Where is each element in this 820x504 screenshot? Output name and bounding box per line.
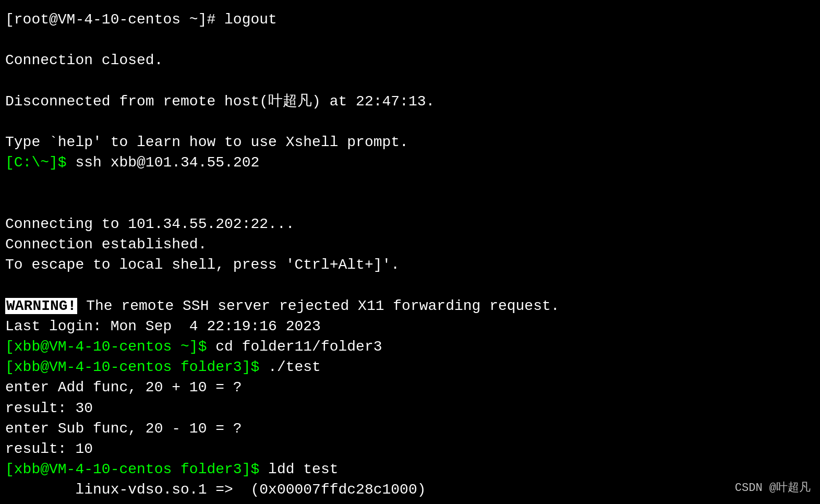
terminal-line: [xbb@VM-4-10-centos folder3]$ ldd test: [5, 459, 815, 479]
terminal-line: result: 10: [5, 439, 815, 459]
terminal-line: [xbb@VM-4-10-centos folder3]$ ./test: [5, 357, 815, 377]
terminal-empty-line: [5, 275, 815, 295]
terminal-line: enter Add func, 20 + 10 = ?: [5, 377, 815, 398]
terminal-empty-line: [5, 71, 815, 91]
terminal-line: libmylib.so => /home/xbb/folder11/folder…: [5, 500, 815, 505]
terminal-line: Connecting to 101.34.55.202:22...: [5, 214, 815, 234]
terminal-line: To escape to local shell, press 'Ctrl+Al…: [5, 255, 815, 275]
terminal-line: Disconnected from remote host(叶超凡) at 22…: [5, 91, 815, 112]
terminal-empty-line: [5, 194, 815, 214]
terminal-line: linux-vdso.so.1 => (0x00007ffdc28c1000): [5, 479, 815, 500]
terminal-line: result: 30: [5, 398, 815, 418]
terminal-empty-line: [5, 30, 815, 50]
terminal-line: Type `help' to learn how to use Xshell p…: [5, 132, 815, 152]
terminal-warning-line: WARNING! The remote SSH server rejected …: [5, 296, 815, 316]
terminal-line: Connection established.: [5, 234, 815, 255]
terminal-line: [root@VM-4-10-centos ~]# logout: [5, 9, 815, 30]
terminal-content: [root@VM-4-10-centos ~]# logoutConnectio…: [5, 9, 815, 504]
terminal-empty-line: [5, 112, 815, 132]
watermark: CSDN @叶超凡: [735, 481, 811, 497]
terminal-line: Last login: Mon Sep 4 22:19:16 2023: [5, 316, 815, 337]
terminal-line: Connection closed.: [5, 50, 815, 70]
terminal-line: enter Sub func, 20 - 10 = ?: [5, 418, 815, 439]
terminal-line: [xbb@VM-4-10-centos ~]$ cd folder11/fold…: [5, 337, 815, 357]
terminal-empty-line: [5, 173, 815, 194]
terminal: [root@VM-4-10-centos ~]# logoutConnectio…: [0, 0, 820, 504]
terminal-line: [C:\~]$ ssh xbb@101.34.55.202: [5, 152, 815, 173]
